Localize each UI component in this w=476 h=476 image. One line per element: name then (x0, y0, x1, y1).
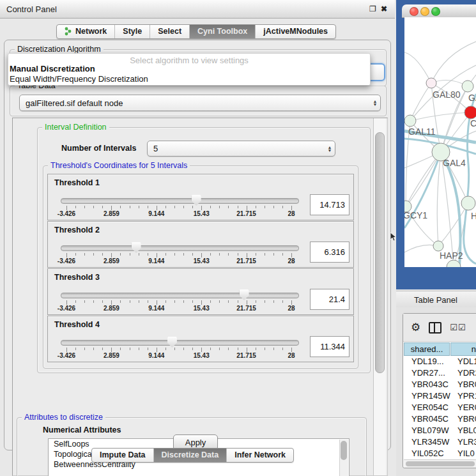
table-row[interactable]: YBR043CYBR0 (403, 379, 476, 390)
slider-tick (93, 206, 94, 208)
table-hscrollbar-thumb[interactable] (406, 461, 475, 466)
slider-tick (291, 300, 292, 305)
network-node-h[interactable] (461, 196, 475, 210)
table-row[interactable]: YPR145WYPR1 (403, 390, 476, 402)
popup-item-manual-discretization[interactable]: Manual Discretization (10, 64, 95, 73)
network-edge[interactable] (410, 112, 471, 121)
slider-tick (247, 348, 247, 352)
slider-tick (75, 348, 76, 350)
slider-tick (183, 348, 184, 350)
cell-shared-name: YPR145W (411, 390, 450, 402)
slider-track[interactable] (61, 340, 299, 346)
bottom-tab-discretize-data[interactable]: Discretize Data (153, 449, 227, 462)
float-window-icon[interactable]: ❐ (369, 5, 376, 13)
cell-shared-name: YDR27... (411, 367, 445, 379)
viewport-scrollbar-thumb[interactable] (375, 132, 385, 373)
slider-tick (210, 206, 211, 208)
column-header-2[interactable]: na (450, 342, 476, 356)
column-header-1[interactable]: shared... (404, 342, 450, 356)
threshold-value-field[interactable]: 14.713 (310, 194, 349, 215)
viewport-scrollbar[interactable] (373, 118, 386, 475)
slider-track[interactable] (61, 198, 299, 204)
table-panel-body: ⚙ ☑☑ shared...na YDL19...YDL1YDR27...YDR… (396, 307, 476, 476)
cell-name: YIL0 (457, 448, 475, 459)
network-edge[interactable] (437, 152, 441, 246)
network-node-ga[interactable] (462, 81, 473, 92)
list-scrollbar[interactable] (339, 440, 348, 476)
slider-tick (291, 253, 292, 257)
slider-handle[interactable] (132, 242, 141, 253)
network-edge[interactable] (431, 42, 476, 83)
slider-tick (130, 300, 130, 303)
table-row[interactable]: YER054CYER0 (403, 402, 476, 413)
slider-tick (93, 300, 94, 303)
threshold-box-4: Threshold 4-3.4262.8599.14415.4321.71528… (47, 316, 354, 362)
gear-icon[interactable]: ⚙ (411, 321, 420, 334)
tab-network[interactable]: Network (57, 25, 114, 38)
number-of-intervals-combo[interactable]: 5 ▲▼ (147, 141, 335, 157)
table-row[interactable]: YBL079WYBL0 (403, 425, 476, 436)
slider-tick-label: 21.715 (236, 305, 256, 312)
network-node-gal80[interactable] (426, 78, 436, 88)
network-edge[interactable] (404, 52, 431, 83)
table-panel-title: Table Panel (414, 295, 457, 305)
network-canvas[interactable]: GAL80GACGAL11GAL4GCY1HHAP2 (404, 17, 476, 267)
table-row[interactable]: YLR345WYLR3 (403, 436, 476, 448)
slider-tick (219, 206, 220, 208)
slider-tick-label: 2.859 (104, 210, 119, 217)
table-toolbar: ⚙ ☑☑ (403, 314, 476, 342)
slider-tick-label: 28 (288, 257, 295, 265)
close-icon[interactable]: ✖ (381, 5, 387, 13)
slider-handle[interactable] (192, 195, 201, 206)
network-edge[interactable] (441, 152, 454, 267)
minimize-traffic-light[interactable] (420, 7, 429, 16)
threshold-value-field[interactable]: 21.4 (310, 289, 349, 310)
table-horizontal-scrollbar[interactable] (404, 459, 476, 468)
threshold-box-3: Threshold 3-3.4262.8599.14415.4321.71528… (47, 268, 354, 315)
slider-tick (192, 348, 193, 350)
network-node-gal11[interactable] (404, 115, 416, 127)
network-node-c[interactable] (464, 106, 476, 119)
slider-tick-label: 15.43 (194, 305, 210, 312)
cell-shared-name: YBR045C (411, 413, 449, 425)
network-node-hap2[interactable] (433, 241, 443, 251)
split-columns-icon[interactable] (429, 322, 441, 334)
slider-tick (120, 300, 121, 303)
slider-tick (148, 253, 148, 256)
node-label-c: C (470, 118, 476, 128)
tab-cyni-toolbox[interactable]: Cyni Toolbox (189, 25, 255, 38)
slider-tick (165, 300, 166, 303)
slider-track[interactable] (61, 293, 299, 298)
slider-tick (139, 253, 139, 256)
bottom-tab-impute-data[interactable]: Impute Data (92, 449, 153, 462)
table-row[interactable]: YBR045CYBR0 (403, 413, 476, 425)
tab-style[interactable]: Style (114, 25, 150, 38)
slider-handle[interactable] (167, 337, 177, 348)
slider-tick-label: -3.426 (58, 352, 75, 359)
threshold-value-field[interactable]: 6.316 (310, 242, 349, 263)
interval-definition-group-title: Interval Definition (42, 123, 109, 132)
node-label-gal11: GAL11 (408, 127, 436, 137)
table-row[interactable]: YIL052CYIL0 (403, 448, 476, 459)
slider-tick-label: 2.859 (104, 352, 119, 359)
tab-select[interactable]: Select (150, 25, 189, 38)
select-columns-checkboxes-icon[interactable]: ☑☑ (450, 323, 466, 332)
network-edge[interactable] (410, 83, 431, 121)
zoom-traffic-light[interactable] (431, 7, 440, 16)
algorithm-dropdown-popup: Select algorithm to view settings Manual… (8, 53, 371, 86)
table-row[interactable]: YDL19...YDL1 (403, 356, 476, 367)
table-data-combo[interactable]: galFiltered.sif default node ▲▼ (19, 95, 381, 111)
close-traffic-light[interactable] (410, 7, 418, 16)
slider-handle[interactable] (240, 289, 249, 300)
threshold-value-field[interactable]: 11.344 (310, 336, 349, 357)
tab-jactivemnodules[interactable]: jActiveMNodules (255, 25, 335, 38)
slider-tick-label: 9.144 (148, 305, 164, 312)
slider-tick (238, 348, 238, 350)
network-window-titlebar[interactable] (402, 4, 476, 18)
table-row[interactable]: YDR27...YDR2 (403, 367, 476, 379)
slider-tick (165, 206, 166, 208)
slider-tick (148, 348, 148, 350)
slider-track[interactable] (61, 245, 299, 251)
bottom-tab-infer-network[interactable]: Infer Network (226, 449, 293, 462)
popup-item-equal-width-frequency-discretization[interactable]: Equal Width/Frequency Discretization (10, 74, 148, 84)
